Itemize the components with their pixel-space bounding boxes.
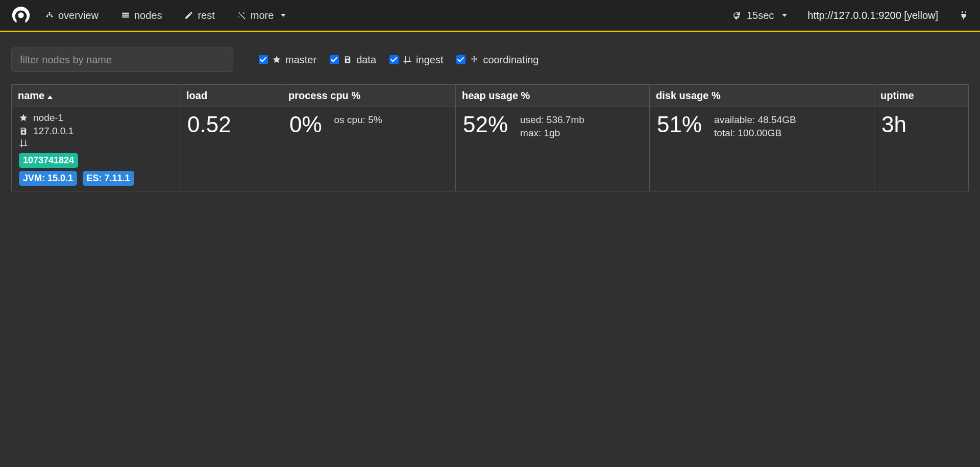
caret-down-icon bbox=[281, 14, 286, 17]
brand-logo[interactable] bbox=[11, 6, 31, 25]
node-name: node-1 bbox=[33, 112, 63, 124]
filter-ingest-label: ingest bbox=[416, 54, 443, 66]
refresh-dropdown[interactable]: 15sec bbox=[731, 10, 787, 21]
filter-row: master data ingest coordinating bbox=[11, 47, 969, 72]
nodes-table: name load process cpu % heap usage % dis… bbox=[11, 84, 969, 191]
nav-overview[interactable]: overview bbox=[45, 10, 99, 21]
os-cpu: os cpu: 5% bbox=[334, 114, 382, 126]
page-content: master data ingest coordinating bbox=[0, 32, 980, 207]
table-row: node-1 127.0.0.1 1073741824 JVM: 15.0.1 bbox=[12, 107, 969, 191]
cell-load: 0.52 bbox=[180, 107, 282, 191]
crop-icon bbox=[403, 55, 412, 64]
disk-total: total: 100.00GB bbox=[714, 128, 796, 139]
navbar: overview nodes rest more 15sec http://12… bbox=[0, 0, 980, 32]
cell-cpu: 0% os cpu: 5% bbox=[282, 107, 456, 191]
nav-nodes-label: nodes bbox=[134, 10, 162, 21]
disconnect-icon[interactable] bbox=[959, 10, 969, 20]
col-heap[interactable]: heap usage % bbox=[456, 85, 650, 107]
heap-used: used: 536.7mb bbox=[520, 114, 584, 126]
filter-data[interactable]: data bbox=[330, 54, 376, 66]
filter-ingest[interactable]: ingest bbox=[389, 54, 443, 66]
filter-input[interactable] bbox=[11, 47, 233, 72]
filter-coordinating-checkbox[interactable] bbox=[456, 55, 465, 64]
node-type-filters: master data ingest coordinating bbox=[259, 54, 538, 66]
table-header-row: name load process cpu % heap usage % dis… bbox=[12, 85, 969, 107]
move-icon bbox=[470, 55, 479, 64]
col-name[interactable]: name bbox=[12, 85, 180, 107]
filter-master[interactable]: master bbox=[259, 54, 316, 66]
filter-ingest-checkbox[interactable] bbox=[389, 55, 399, 64]
stack-icon bbox=[121, 11, 130, 20]
navbar-right: 15sec http://127.0.0.1:9200 [yellow] bbox=[731, 10, 969, 21]
filter-master-label: master bbox=[285, 54, 316, 66]
sitemap-icon bbox=[45, 11, 54, 20]
col-load[interactable]: load bbox=[180, 85, 282, 107]
refresh-icon bbox=[731, 10, 742, 20]
filter-data-checkbox[interactable] bbox=[330, 55, 339, 64]
star-icon bbox=[19, 113, 28, 122]
edit-icon bbox=[184, 11, 193, 20]
load-value: 0.52 bbox=[187, 112, 275, 137]
cluster-url: http://127.0.0.1:9200 [yellow] bbox=[807, 10, 938, 21]
disk-icon bbox=[343, 55, 352, 64]
cell-heap: 52% used: 536.7mb max: 1gb bbox=[456, 107, 650, 191]
disk-icon bbox=[19, 127, 28, 136]
col-cpu[interactable]: process cpu % bbox=[282, 85, 456, 107]
filter-data-label: data bbox=[356, 54, 376, 66]
caret-down-icon bbox=[782, 14, 787, 17]
star-icon bbox=[272, 55, 281, 64]
col-disk[interactable]: disk usage % bbox=[650, 85, 874, 107]
cell-uptime: 3h bbox=[874, 107, 969, 191]
nav-more-label: more bbox=[251, 10, 274, 21]
node-ip: 127.0.0.1 bbox=[33, 126, 74, 137]
cell-name: node-1 127.0.0.1 1073741824 JVM: 15.0.1 bbox=[12, 107, 180, 191]
nav-more[interactable]: more bbox=[237, 10, 286, 21]
disk-avail: available: 48.54GB bbox=[714, 114, 796, 126]
filter-master-checkbox[interactable] bbox=[259, 55, 268, 64]
refresh-label: 15sec bbox=[747, 10, 774, 21]
cell-disk: 51% available: 48.54GB total: 100.00GB bbox=[650, 107, 874, 191]
heap-max: max: 1gb bbox=[520, 128, 584, 139]
disk-value: 51% bbox=[657, 112, 702, 137]
col-uptime[interactable]: uptime bbox=[874, 85, 969, 107]
jvm-badge: JVM: 15.0.1 bbox=[19, 171, 77, 186]
filter-coordinating[interactable]: coordinating bbox=[456, 54, 538, 66]
nav-links: overview nodes rest more bbox=[45, 10, 286, 21]
filter-coordinating-label: coordinating bbox=[483, 54, 538, 66]
cpu-value: 0% bbox=[289, 112, 322, 137]
crop-icon bbox=[19, 139, 28, 148]
wand-icon bbox=[237, 11, 247, 20]
nav-rest-label: rest bbox=[198, 10, 214, 21]
nav-nodes[interactable]: nodes bbox=[121, 10, 162, 21]
nav-overview-label: overview bbox=[58, 10, 99, 21]
heap-value: 52% bbox=[463, 112, 508, 137]
es-badge: ES: 7.11.1 bbox=[83, 171, 134, 186]
heap-bytes-badge: 1073741824 bbox=[19, 153, 78, 168]
nav-rest[interactable]: rest bbox=[184, 10, 214, 21]
uptime-value: 3h bbox=[881, 112, 961, 137]
